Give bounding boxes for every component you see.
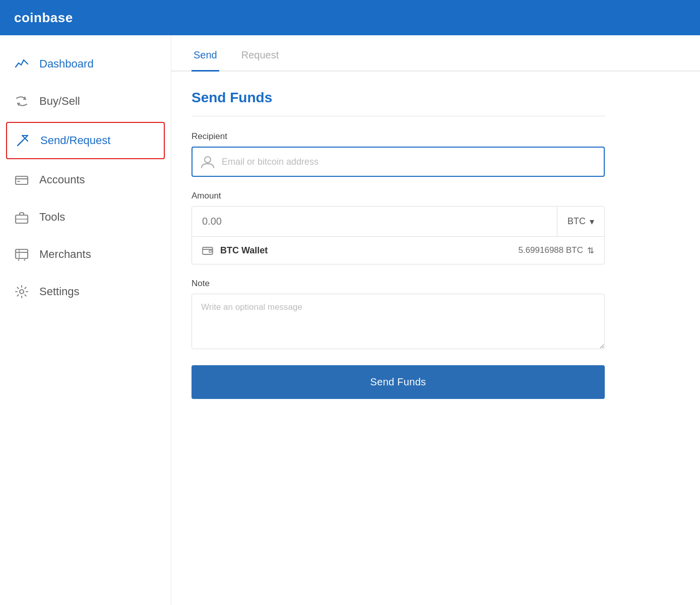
form-title: Send Funds <box>192 90 605 106</box>
svg-point-10 <box>18 259 20 261</box>
main-content: Send Request Send Funds Recipient Amount <box>171 35 700 605</box>
svg-rect-15 <box>209 250 212 252</box>
wallet-balance-value: 5.69916988 BTC <box>518 245 583 255</box>
amount-input-row: BTC ▾ <box>192 207 604 237</box>
send-icon <box>15 133 30 148</box>
recipient-input[interactable] <box>222 157 596 167</box>
sidebar-item-buysell-label: Buy/Sell <box>39 95 80 108</box>
sidebar-item-buysell[interactable]: Buy/Sell <box>0 83 171 120</box>
wallet-row: BTC Wallet 5.69916988 BTC ⇅ <box>192 237 604 264</box>
form-divider <box>192 116 605 116</box>
sidebar-item-accounts[interactable]: Accounts <box>0 161 171 198</box>
recipient-label: Recipient <box>192 131 605 142</box>
send-form: Send Funds Recipient Amount <box>171 72 625 417</box>
tab-send[interactable]: Send <box>192 35 219 72</box>
tabs-bar: Send Request <box>171 35 700 72</box>
sidebar: Dashboard Buy/Sell <box>0 35 171 605</box>
tab-request[interactable]: Request <box>239 35 281 72</box>
briefcase-icon <box>14 210 29 225</box>
sidebar-item-tools[interactable]: Tools <box>0 198 171 236</box>
header: coinbase <box>0 0 700 35</box>
sidebar-item-merchants[interactable]: Merchants <box>0 236 171 273</box>
refresh-icon <box>14 94 29 109</box>
amount-wrapper: BTC ▾ BTC Wallet <box>192 206 605 264</box>
svg-rect-14 <box>203 247 213 254</box>
sidebar-item-settings[interactable]: Settings <box>0 273 171 310</box>
card-icon <box>14 172 29 187</box>
svg-point-12 <box>20 290 24 294</box>
wallet-name: BTC Wallet <box>220 245 511 256</box>
svg-rect-7 <box>16 249 28 258</box>
logo: coinbase <box>14 10 73 26</box>
wallet-balance: 5.69916988 BTC ⇅ <box>518 245 594 256</box>
svg-point-11 <box>24 259 26 261</box>
amount-label: Amount <box>192 191 605 201</box>
wallet-selector-arrow[interactable]: ⇅ <box>587 245 594 256</box>
activity-icon <box>14 56 29 72</box>
sidebar-item-dashboard[interactable]: Dashboard <box>0 45 171 83</box>
recipient-field <box>192 147 605 177</box>
currency-label: BTC <box>567 216 586 227</box>
layout: Dashboard Buy/Sell <box>0 35 700 605</box>
sidebar-item-dashboard-label: Dashboard <box>39 57 94 71</box>
sidebar-item-accounts-label: Accounts <box>39 173 85 186</box>
svg-line-1 <box>18 141 23 146</box>
currency-selector[interactable]: BTC ▾ <box>557 207 604 236</box>
sidebar-item-tools-label: Tools <box>39 211 65 224</box>
cart-icon <box>14 247 29 262</box>
gear-icon <box>14 284 29 299</box>
sidebar-item-settings-label: Settings <box>39 285 80 298</box>
wallet-icon <box>202 245 213 256</box>
svg-point-13 <box>205 157 211 163</box>
sidebar-item-sendrequest[interactable]: Send/Request <box>6 122 165 159</box>
amount-input[interactable] <box>192 207 557 236</box>
sidebar-item-merchants-label: Merchants <box>39 248 91 261</box>
amount-container: BTC ▾ BTC Wallet <box>192 206 605 264</box>
send-funds-button[interactable]: Send Funds <box>192 365 605 399</box>
note-label: Note <box>192 279 605 289</box>
person-icon <box>201 155 215 169</box>
currency-arrow: ▾ <box>590 216 594 227</box>
note-textarea[interactable] <box>192 294 605 349</box>
svg-rect-2 <box>16 176 28 184</box>
sidebar-item-sendrequest-label: Send/Request <box>40 134 110 147</box>
